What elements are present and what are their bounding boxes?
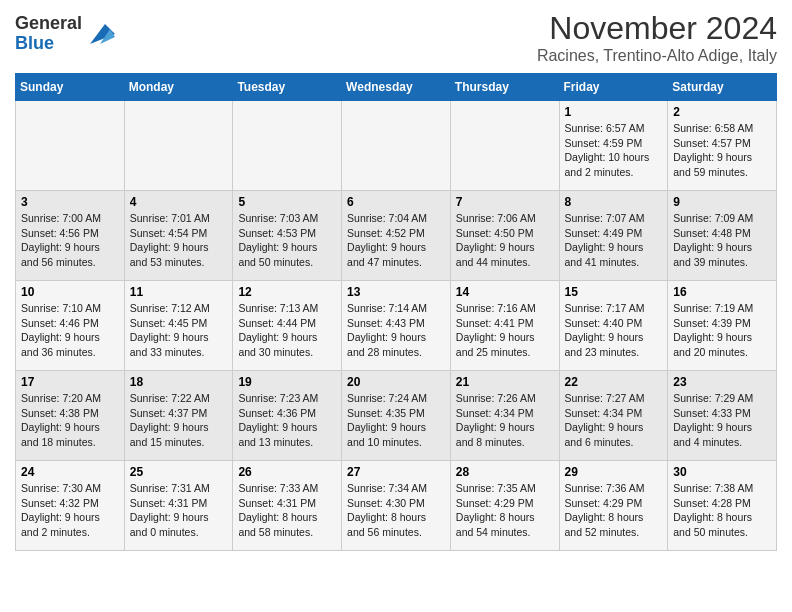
month-title: November 2024 <box>537 10 777 47</box>
calendar-week: 24Sunrise: 7:30 AM Sunset: 4:32 PM Dayli… <box>16 461 777 551</box>
calendar-week: 3Sunrise: 7:00 AM Sunset: 4:56 PM Daylig… <box>16 191 777 281</box>
day-info: Sunrise: 7:23 AM Sunset: 4:36 PM Dayligh… <box>238 391 336 450</box>
day-number: 10 <box>21 285 119 299</box>
day-number: 19 <box>238 375 336 389</box>
weekday-header: Friday <box>559 74 668 101</box>
day-number: 28 <box>456 465 554 479</box>
day-number: 26 <box>238 465 336 479</box>
day-info: Sunrise: 7:16 AM Sunset: 4:41 PM Dayligh… <box>456 301 554 360</box>
calendar-week: 10Sunrise: 7:10 AM Sunset: 4:46 PM Dayli… <box>16 281 777 371</box>
day-number: 18 <box>130 375 228 389</box>
day-number: 12 <box>238 285 336 299</box>
day-info: Sunrise: 7:33 AM Sunset: 4:31 PM Dayligh… <box>238 481 336 540</box>
weekday-header: Saturday <box>668 74 777 101</box>
day-number: 2 <box>673 105 771 119</box>
calendar-cell: 4Sunrise: 7:01 AM Sunset: 4:54 PM Daylig… <box>124 191 233 281</box>
calendar-cell: 2Sunrise: 6:58 AM Sunset: 4:57 PM Daylig… <box>668 101 777 191</box>
calendar-cell: 19Sunrise: 7:23 AM Sunset: 4:36 PM Dayli… <box>233 371 342 461</box>
day-number: 6 <box>347 195 445 209</box>
day-info: Sunrise: 7:38 AM Sunset: 4:28 PM Dayligh… <box>673 481 771 540</box>
calendar-cell: 18Sunrise: 7:22 AM Sunset: 4:37 PM Dayli… <box>124 371 233 461</box>
calendar-cell: 22Sunrise: 7:27 AM Sunset: 4:34 PM Dayli… <box>559 371 668 461</box>
day-number: 22 <box>565 375 663 389</box>
calendar-cell: 21Sunrise: 7:26 AM Sunset: 4:34 PM Dayli… <box>450 371 559 461</box>
calendar-cell: 10Sunrise: 7:10 AM Sunset: 4:46 PM Dayli… <box>16 281 125 371</box>
day-number: 4 <box>130 195 228 209</box>
day-number: 9 <box>673 195 771 209</box>
calendar-week: 1Sunrise: 6:57 AM Sunset: 4:59 PM Daylig… <box>16 101 777 191</box>
calendar-header: SundayMondayTuesdayWednesdayThursdayFrid… <box>16 74 777 101</box>
day-info: Sunrise: 7:07 AM Sunset: 4:49 PM Dayligh… <box>565 211 663 270</box>
calendar-cell: 3Sunrise: 7:00 AM Sunset: 4:56 PM Daylig… <box>16 191 125 281</box>
day-info: Sunrise: 7:10 AM Sunset: 4:46 PM Dayligh… <box>21 301 119 360</box>
day-number: 27 <box>347 465 445 479</box>
day-number: 20 <box>347 375 445 389</box>
day-number: 23 <box>673 375 771 389</box>
day-info: Sunrise: 7:35 AM Sunset: 4:29 PM Dayligh… <box>456 481 554 540</box>
calendar-cell: 24Sunrise: 7:30 AM Sunset: 4:32 PM Dayli… <box>16 461 125 551</box>
calendar-cell: 23Sunrise: 7:29 AM Sunset: 4:33 PM Dayli… <box>668 371 777 461</box>
day-number: 5 <box>238 195 336 209</box>
day-info: Sunrise: 7:34 AM Sunset: 4:30 PM Dayligh… <box>347 481 445 540</box>
calendar-cell: 17Sunrise: 7:20 AM Sunset: 4:38 PM Dayli… <box>16 371 125 461</box>
day-number: 30 <box>673 465 771 479</box>
day-info: Sunrise: 7:29 AM Sunset: 4:33 PM Dayligh… <box>673 391 771 450</box>
weekday-header: Monday <box>124 74 233 101</box>
day-number: 24 <box>21 465 119 479</box>
day-number: 3 <box>21 195 119 209</box>
weekday-header: Wednesday <box>342 74 451 101</box>
calendar-cell: 15Sunrise: 7:17 AM Sunset: 4:40 PM Dayli… <box>559 281 668 371</box>
day-info: Sunrise: 7:31 AM Sunset: 4:31 PM Dayligh… <box>130 481 228 540</box>
calendar-cell: 16Sunrise: 7:19 AM Sunset: 4:39 PM Dayli… <box>668 281 777 371</box>
day-info: Sunrise: 7:19 AM Sunset: 4:39 PM Dayligh… <box>673 301 771 360</box>
logo-general: General <box>15 14 82 34</box>
weekday-header: Sunday <box>16 74 125 101</box>
day-info: Sunrise: 7:17 AM Sunset: 4:40 PM Dayligh… <box>565 301 663 360</box>
day-info: Sunrise: 7:04 AM Sunset: 4:52 PM Dayligh… <box>347 211 445 270</box>
calendar-cell: 1Sunrise: 6:57 AM Sunset: 4:59 PM Daylig… <box>559 101 668 191</box>
calendar-cell: 20Sunrise: 7:24 AM Sunset: 4:35 PM Dayli… <box>342 371 451 461</box>
calendar-cell: 28Sunrise: 7:35 AM Sunset: 4:29 PM Dayli… <box>450 461 559 551</box>
day-number: 7 <box>456 195 554 209</box>
day-info: Sunrise: 6:58 AM Sunset: 4:57 PM Dayligh… <box>673 121 771 180</box>
calendar: SundayMondayTuesdayWednesdayThursdayFrid… <box>15 73 777 551</box>
weekday-header: Tuesday <box>233 74 342 101</box>
weekday-header: Thursday <box>450 74 559 101</box>
day-info: Sunrise: 7:00 AM Sunset: 4:56 PM Dayligh… <box>21 211 119 270</box>
calendar-cell <box>342 101 451 191</box>
day-number: 16 <box>673 285 771 299</box>
day-info: Sunrise: 7:13 AM Sunset: 4:44 PM Dayligh… <box>238 301 336 360</box>
day-info: Sunrise: 7:36 AM Sunset: 4:29 PM Dayligh… <box>565 481 663 540</box>
day-info: Sunrise: 7:27 AM Sunset: 4:34 PM Dayligh… <box>565 391 663 450</box>
day-number: 17 <box>21 375 119 389</box>
day-info: Sunrise: 7:20 AM Sunset: 4:38 PM Dayligh… <box>21 391 119 450</box>
calendar-cell: 5Sunrise: 7:03 AM Sunset: 4:53 PM Daylig… <box>233 191 342 281</box>
calendar-cell: 25Sunrise: 7:31 AM Sunset: 4:31 PM Dayli… <box>124 461 233 551</box>
calendar-cell: 29Sunrise: 7:36 AM Sunset: 4:29 PM Dayli… <box>559 461 668 551</box>
day-number: 11 <box>130 285 228 299</box>
day-info: Sunrise: 7:09 AM Sunset: 4:48 PM Dayligh… <box>673 211 771 270</box>
calendar-week: 17Sunrise: 7:20 AM Sunset: 4:38 PM Dayli… <box>16 371 777 461</box>
day-info: Sunrise: 7:24 AM Sunset: 4:35 PM Dayligh… <box>347 391 445 450</box>
day-info: Sunrise: 7:30 AM Sunset: 4:32 PM Dayligh… <box>21 481 119 540</box>
logo-icon <box>85 19 115 49</box>
day-number: 1 <box>565 105 663 119</box>
calendar-cell <box>450 101 559 191</box>
title-area: November 2024 Racines, Trentino-Alto Adi… <box>537 10 777 65</box>
day-info: Sunrise: 7:06 AM Sunset: 4:50 PM Dayligh… <box>456 211 554 270</box>
day-number: 13 <box>347 285 445 299</box>
day-number: 29 <box>565 465 663 479</box>
location-title: Racines, Trentino-Alto Adige, Italy <box>537 47 777 65</box>
calendar-cell: 27Sunrise: 7:34 AM Sunset: 4:30 PM Dayli… <box>342 461 451 551</box>
logo: General Blue <box>15 14 115 54</box>
calendar-cell: 7Sunrise: 7:06 AM Sunset: 4:50 PM Daylig… <box>450 191 559 281</box>
calendar-cell: 13Sunrise: 7:14 AM Sunset: 4:43 PM Dayli… <box>342 281 451 371</box>
day-number: 21 <box>456 375 554 389</box>
calendar-cell: 9Sunrise: 7:09 AM Sunset: 4:48 PM Daylig… <box>668 191 777 281</box>
calendar-cell: 12Sunrise: 7:13 AM Sunset: 4:44 PM Dayli… <box>233 281 342 371</box>
day-info: Sunrise: 6:57 AM Sunset: 4:59 PM Dayligh… <box>565 121 663 180</box>
calendar-cell: 6Sunrise: 7:04 AM Sunset: 4:52 PM Daylig… <box>342 191 451 281</box>
day-info: Sunrise: 7:22 AM Sunset: 4:37 PM Dayligh… <box>130 391 228 450</box>
day-info: Sunrise: 7:14 AM Sunset: 4:43 PM Dayligh… <box>347 301 445 360</box>
day-number: 8 <box>565 195 663 209</box>
